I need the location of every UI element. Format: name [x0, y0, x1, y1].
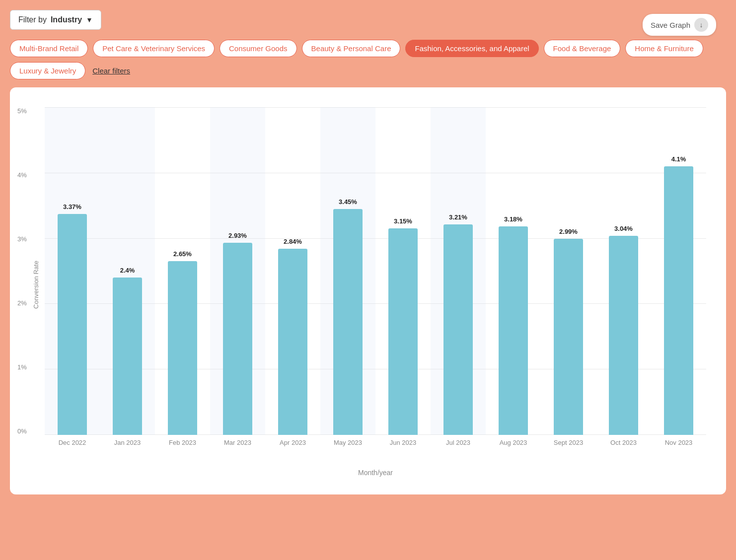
bar-group-6: 3.15% — [375, 107, 431, 435]
y-axis: 0%1%2%3%4%5% — [17, 107, 27, 435]
bar-value-label-10: 3.04% — [609, 225, 638, 232]
bar-column-5: 3.45% — [329, 107, 368, 435]
bar-group-2: 2.65% — [155, 107, 210, 435]
dropdown-arrow-icon: ▼ — [86, 16, 93, 24]
y-label-3: 3% — [17, 235, 27, 243]
bar-value-label-0: 3.37% — [58, 203, 86, 210]
y-label-5: 5% — [17, 107, 27, 115]
x-label-7: Jul 2023 — [431, 435, 486, 455]
bar-3: 2.93% — [223, 243, 252, 435]
tags-container: Multi-Brand RetailPet Care & Veterinary … — [10, 40, 726, 79]
y-axis-title: Conversion Rate — [32, 261, 40, 309]
y-label-2: 2% — [17, 299, 27, 307]
bar-value-label-1: 2.4% — [113, 267, 142, 274]
bar-column-7: 3.21% — [439, 107, 478, 435]
bar-column-10: 3.04% — [604, 107, 643, 435]
bar-group-0: 3.37% — [45, 107, 100, 435]
bar-9: 2.99% — [554, 239, 583, 435]
x-label-1: Jan 2023 — [100, 435, 155, 455]
filter-tag-pet-care[interactable]: Pet Care & Veterinary Services — [93, 40, 215, 57]
bar-4: 2.84% — [278, 249, 307, 435]
save-graph-icon: ↓ — [694, 18, 708, 32]
bar-group-8: 3.18% — [486, 107, 541, 435]
filter-tag-food-beverage[interactable]: Food & Beverage — [544, 40, 621, 57]
y-label-4: 4% — [17, 171, 27, 179]
bar-1: 2.4% — [113, 278, 142, 435]
x-label-8: Aug 2023 — [486, 435, 541, 455]
filter-tag-beauty-personal-care[interactable]: Beauty & Personal Care — [302, 40, 401, 57]
bar-group-1: 2.4% — [100, 107, 155, 435]
bar-value-label-8: 3.18% — [499, 215, 527, 223]
bar-group-9: 2.99% — [541, 107, 596, 435]
filter-tag-consumer-goods[interactable]: Consumer Goods — [220, 40, 297, 57]
bars-area: 3.37%2.4%2.65%2.93%2.84%3.45%3.15%3.21%3… — [45, 107, 706, 435]
x-label-0: Dec 2022 — [45, 435, 100, 455]
bar-5: 3.45% — [333, 209, 362, 435]
bar-value-label-3: 2.93% — [223, 232, 252, 239]
bar-value-label-5: 3.45% — [333, 198, 362, 206]
save-graph-area: Save Graph ↓ — [643, 14, 716, 36]
filter-label-bold: Industry — [51, 15, 82, 24]
bar-group-4: 2.84% — [265, 107, 320, 435]
bar-2: 2.65% — [168, 261, 197, 435]
x-label-2: Feb 2023 — [155, 435, 210, 455]
bar-value-label-7: 3.21% — [443, 213, 472, 221]
chart-area: Conversion Rate 0%1%2%3%4%5% 3.37%2.4%2.… — [45, 107, 706, 455]
filter-tag-luxury-jewelry[interactable]: Luxury & Jewelry — [10, 62, 85, 79]
bar-8: 3.18% — [499, 226, 527, 435]
filter-tag-fashion-accessories-apparel[interactable]: Fashion, Accessories, and Apparel — [405, 40, 538, 57]
y-label-0: 0% — [17, 427, 27, 435]
bar-column-0: 3.37% — [53, 107, 92, 435]
save-graph-button[interactable]: Save Graph ↓ — [643, 14, 716, 36]
bar-column-4: 2.84% — [274, 107, 312, 435]
bar-group-5: 3.45% — [320, 107, 375, 435]
bar-column-8: 3.18% — [494, 107, 533, 435]
x-label-10: Oct 2023 — [596, 435, 651, 455]
bar-column-11: 4.1% — [660, 107, 698, 435]
bar-column-6: 3.15% — [384, 107, 423, 435]
save-graph-label: Save Graph — [651, 21, 690, 29]
bar-group-11: 4.1% — [651, 107, 706, 435]
y-label-1: 1% — [17, 363, 27, 371]
bar-column-9: 2.99% — [549, 107, 588, 435]
x-label-9: Sept 2023 — [541, 435, 596, 455]
x-label-3: Mar 2023 — [210, 435, 265, 455]
x-axis: Dec 2022Jan 2023Feb 2023Mar 2023Apr 2023… — [45, 435, 706, 455]
bar-value-label-4: 2.84% — [278, 238, 307, 245]
bar-6: 3.15% — [388, 228, 417, 435]
filter-industry-dropdown[interactable]: Filter by Industry ▼ — [10, 10, 101, 30]
chart-container: Conversion Rate 0%1%2%3%4%5% 3.37%2.4%2.… — [10, 87, 726, 494]
x-label-11: Nov 2023 — [651, 435, 706, 455]
bar-group-10: 3.04% — [596, 107, 651, 435]
bar-group-3: 2.93% — [210, 107, 265, 435]
bar-value-label-6: 3.15% — [388, 217, 417, 225]
bar-value-label-9: 2.99% — [554, 228, 583, 235]
filter-tag-home-furniture[interactable]: Home & Furniture — [625, 40, 703, 57]
x-axis-title: Month/year — [358, 469, 393, 477]
bar-value-label-11: 4.1% — [664, 155, 693, 163]
x-label-6: Jun 2023 — [375, 435, 431, 455]
bar-group-7: 3.21% — [431, 107, 486, 435]
x-label-5: May 2023 — [320, 435, 375, 455]
bar-value-label-2: 2.65% — [168, 250, 197, 258]
top-controls: Filter by Industry ▼ Multi-Brand RetailP… — [10, 10, 726, 79]
bar-column-2: 2.65% — [163, 107, 202, 435]
filter-label-normal: Filter by — [18, 15, 47, 24]
bar-10: 3.04% — [609, 236, 638, 435]
bar-7: 3.21% — [443, 224, 472, 435]
bar-column-1: 2.4% — [108, 107, 147, 435]
filter-tag-multi-brand-retail[interactable]: Multi-Brand Retail — [10, 40, 88, 57]
filter-tags-row: Multi-Brand RetailPet Care & Veterinary … — [10, 40, 726, 79]
bar-0: 3.37% — [58, 214, 86, 435]
x-label-4: Apr 2023 — [265, 435, 320, 455]
clear-filters-button[interactable]: Clear filters — [90, 63, 132, 79]
bar-column-3: 2.93% — [219, 107, 257, 435]
bar-11: 4.1% — [664, 166, 693, 435]
